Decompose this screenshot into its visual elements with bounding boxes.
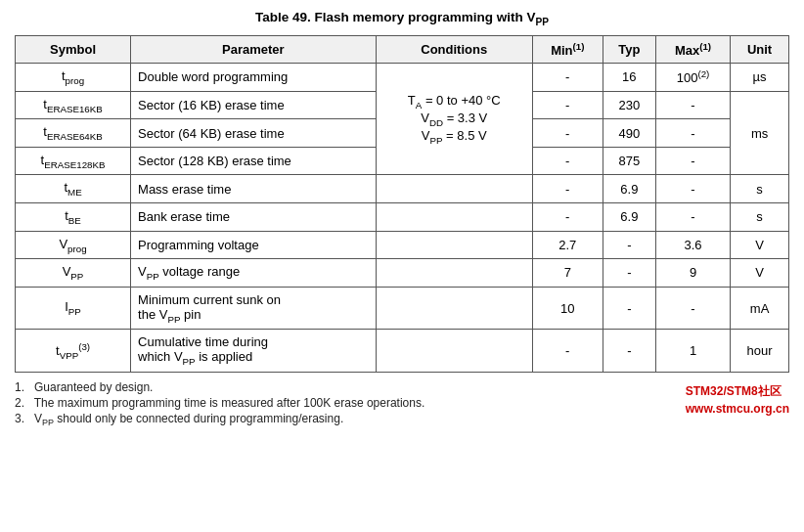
table-row: IPP Minimum current sunk onthe VPP pin 1… [16, 287, 789, 330]
cell-typ: 6.9 [603, 175, 655, 203]
col-header-min: Min(1) [532, 35, 603, 63]
cell-parameter: Sector (16 KB) erase time [131, 91, 377, 119]
data-table: Symbol Parameter Conditions Min(1) Typ M… [15, 35, 789, 373]
cell-symbol: IPP [16, 287, 131, 330]
cell-unit: V [731, 231, 789, 259]
cell-parameter: Cumulative time duringwhich VPP is appli… [131, 330, 377, 373]
cell-parameter: VPP voltage range [131, 259, 377, 288]
col-header-typ: Typ [603, 35, 655, 63]
watermark: STM32/STM8社区 www.stmcu.org.cn [686, 382, 789, 418]
cell-conditions [376, 287, 532, 330]
cell-symbol: tBE [16, 202, 131, 231]
cell-typ: - [603, 330, 655, 373]
cell-min: 2.7 [532, 231, 603, 259]
footnotes-section: STM32/STM8社区 www.stmcu.org.cn 1. Guarant… [15, 380, 789, 427]
footnote-3: 3. VPP should only be connected during p… [15, 412, 789, 427]
cell-max: 1 [655, 330, 730, 373]
cell-max: - [655, 175, 730, 203]
cell-min: - [532, 175, 603, 203]
cell-min: 10 [532, 287, 603, 330]
cell-parameter: Mass erase time [131, 175, 377, 203]
cell-parameter: Sector (128 KB) erase time [131, 147, 377, 175]
cell-conditions [376, 175, 532, 203]
cell-parameter: Sector (64 KB) erase time [131, 119, 377, 148]
table-row: tBE Bank erase time - 6.9 - s [16, 202, 789, 231]
cell-unit: hour [731, 330, 789, 373]
cell-symbol: VPP [16, 259, 131, 288]
cell-unit: ms [731, 91, 789, 175]
cell-parameter: Bank erase time [131, 202, 377, 231]
cell-conditions [376, 231, 532, 259]
cell-typ: 875 [603, 147, 655, 175]
watermark-line1: STM32/STM8社区 [686, 384, 782, 398]
table-row: tME Mass erase time - 6.9 - s [16, 175, 789, 203]
cell-unit: s [731, 202, 789, 231]
cell-max: - [655, 287, 730, 330]
cell-min: - [532, 64, 603, 92]
cell-min: - [532, 91, 603, 119]
cell-max: - [655, 202, 730, 231]
cell-min: - [532, 147, 603, 175]
footnote-1: 1. Guaranteed by design. [15, 380, 789, 394]
cell-unit: µs [731, 64, 789, 92]
cell-symbol: tVPP(3) [16, 330, 131, 373]
table-title: Table 49. Flash memory programming with … [15, 10, 789, 27]
cell-max: - [655, 147, 730, 175]
cell-max: 3.6 [655, 231, 730, 259]
cell-conditions: TA = 0 to +40 °C VDD = 3.3 V VPP = 8.5 V [376, 64, 532, 175]
footnote-2: 2. The maximum programming time is measu… [15, 396, 789, 410]
table-row: Vprog Programming voltage 2.7 - 3.6 V [16, 231, 789, 259]
cell-symbol: tERASE128KB [16, 147, 131, 175]
col-header-unit: Unit [731, 35, 789, 63]
watermark-line2: www.stmcu.org.cn [686, 402, 789, 416]
cell-parameter: Programming voltage [131, 231, 377, 259]
table-row: tprog Double word programming TA = 0 to … [16, 64, 789, 92]
cell-symbol: tprog [16, 64, 131, 92]
cell-conditions [376, 330, 532, 373]
cell-typ: - [603, 287, 655, 330]
table-row: VPP VPP voltage range 7 - 9 V [16, 259, 789, 288]
cell-max: - [655, 119, 730, 148]
table-row: tVPP(3) Cumulative time duringwhich VPP … [16, 330, 789, 373]
cell-unit: V [731, 259, 789, 288]
cell-conditions [376, 259, 532, 288]
cell-typ: - [603, 259, 655, 288]
col-header-max: Max(1) [655, 35, 730, 63]
cell-max: - [655, 91, 730, 119]
cell-min: 7 [532, 259, 603, 288]
cell-unit: mA [731, 287, 789, 330]
cell-typ: 230 [603, 91, 655, 119]
cell-min: - [532, 202, 603, 231]
cell-typ: 490 [603, 119, 655, 148]
col-header-conditions: Conditions [376, 35, 532, 63]
cell-typ: 16 [603, 64, 655, 92]
cell-typ: - [603, 231, 655, 259]
cell-min: - [532, 119, 603, 148]
cell-parameter: Double word programming [131, 64, 377, 92]
cell-symbol: tME [16, 175, 131, 203]
cell-max: 9 [655, 259, 730, 288]
cell-min: - [532, 330, 603, 373]
cell-symbol: tERASE16KB [16, 91, 131, 119]
col-header-symbol: Symbol [16, 35, 131, 63]
cell-max: 100(2) [655, 64, 730, 92]
cell-symbol: tERASE64KB [16, 119, 131, 148]
cell-typ: 6.9 [603, 202, 655, 231]
cell-symbol: Vprog [16, 231, 131, 259]
cell-conditions [376, 202, 532, 231]
cell-unit: s [731, 175, 789, 203]
col-header-parameter: Parameter [131, 35, 377, 63]
cell-parameter: Minimum current sunk onthe VPP pin [131, 287, 377, 330]
